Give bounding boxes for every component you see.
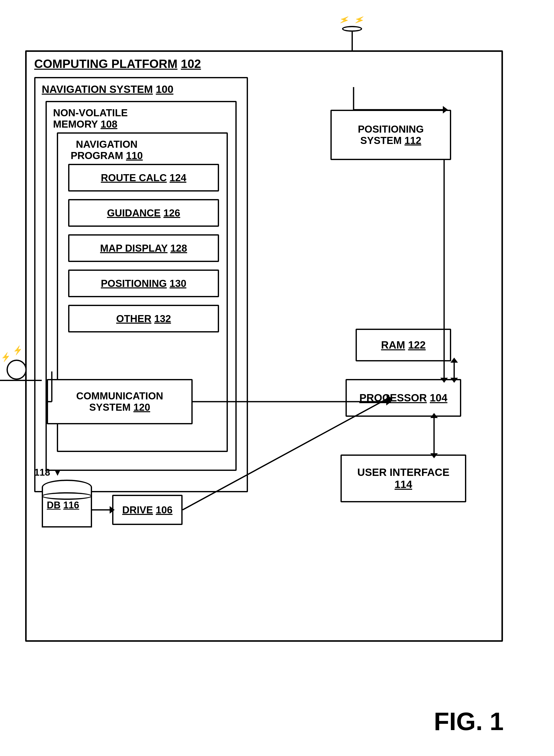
positioning-module-box: POSITIONING 130 [68, 269, 219, 297]
ram-box: RAM 122 [355, 329, 451, 361]
user-interface-box: USER INTERFACE114 [340, 454, 466, 502]
computing-platform-label: COMPUTING PLATFORM 102 [34, 57, 201, 71]
lightning-bolt-left-1: ⚡ [0, 352, 11, 363]
gps-antenna-top: ⚡ ⚡ [337, 15, 367, 55]
antenna-circle-top [342, 26, 362, 32]
label-118: 118 ▼ [34, 467, 62, 478]
other-box: OTHER 132 [68, 305, 219, 333]
navigation-system-label: NAVIGATION SYSTEM 100 [42, 83, 173, 95]
user-interface-label: USER INTERFACE114 [357, 466, 449, 491]
drive-label: DRIVE 106 [122, 504, 172, 516]
lightning-bolt-left-2: ⚡ [12, 345, 23, 356]
diagram-container: ⚡ ⚡ COMPUTING PLATFORM 102 NAVIGATION SY… [25, 15, 528, 707]
comm-system-label: COMMUNICATIONSYSTEM 120 [76, 390, 163, 413]
antenna-line-left [0, 380, 42, 381]
positioning-system-label: POSITIONINGSYSTEM 112 [358, 123, 424, 146]
db-cylinder: DB 116 [42, 480, 92, 530]
processor-label: PROCESSOR 104 [359, 392, 447, 404]
positioning-system-box: POSITIONINGSYSTEM 112 [330, 110, 451, 160]
comm-system-box: COMMUNICATIONSYSTEM 120 [47, 379, 192, 424]
figure-label: FIG. 1 [434, 707, 504, 736]
db-cylinder-line1 [42, 492, 92, 500]
svg-marker-7 [450, 358, 458, 363]
guidance-box: GUIDANCE 126 [68, 199, 219, 227]
db-label: DB 116 [47, 500, 79, 511]
lightning-bolts-top: ⚡ ⚡ [339, 15, 365, 25]
map-display-box: MAP DISPLAY 128 [68, 234, 219, 262]
guidance-label: GUIDANCE 126 [107, 207, 180, 219]
route-calc-box: ROUTE CALC 124 [68, 164, 219, 192]
route-calc-label: ROUTE CALC 124 [101, 172, 186, 184]
navigation-system-box: NAVIGATION SYSTEM 100 NON-VOLATILEMEMORY… [34, 77, 248, 492]
nvm-label: NON-VOLATILEMEMORY 108 [53, 107, 128, 130]
map-display-label: MAP DISPLAY 128 [100, 243, 187, 254]
processor-box: PROCESSOR 104 [345, 379, 461, 417]
nav-program-label: NAVIGATIONPROGRAM 110 [71, 139, 143, 161]
computing-platform-box: COMPUTING PLATFORM 102 NAVIGATION SYSTEM… [25, 50, 503, 642]
db-box: DB 116 [42, 480, 92, 530]
other-label: OTHER 132 [116, 313, 171, 324]
antenna-circle-left [6, 360, 26, 380]
lightning-bolt-right: ⚡ [353, 13, 366, 26]
lightning-bolt-left: ⚡ [338, 13, 351, 26]
ram-label: RAM 122 [381, 339, 426, 351]
gps-antenna-left: ⚡ ⚡ [1, 349, 32, 384]
drive-box: DRIVE 106 [112, 495, 182, 525]
positioning-module-label: POSITIONING 130 [101, 278, 186, 289]
